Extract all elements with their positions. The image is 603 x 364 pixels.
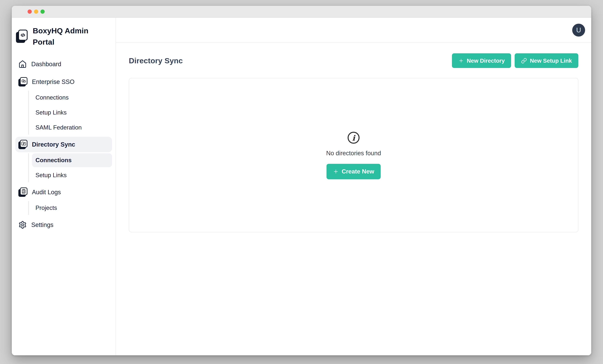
boxyhq-code-logo-icon xyxy=(16,30,28,43)
sidebar-subitem-sso-setup-links[interactable]: Setup Links xyxy=(32,106,112,120)
directory-sync-folder-icon xyxy=(18,140,27,149)
home-icon xyxy=(18,60,27,68)
sidebar-item-dashboard[interactable]: Dashboard xyxy=(15,56,112,72)
new-setup-link-button[interactable]: New Setup Link xyxy=(515,53,578,68)
sidebar-subitem-sso-connections[interactable]: Connections xyxy=(32,91,112,105)
directory-sync-subnav: Connections Setup Links xyxy=(28,153,112,182)
sidebar-subitem-label: Connections xyxy=(35,94,69,101)
page-actions: New Directory New Setup Link xyxy=(452,53,578,68)
plus-icon xyxy=(333,169,339,175)
sidebar-nav: Dashboard Enterprise xyxy=(15,56,112,232)
new-setup-link-label: New Setup Link xyxy=(530,57,572,64)
sidebar-subitem-label: Connections xyxy=(35,157,72,164)
avatar-letter: U xyxy=(576,26,581,34)
create-new-button[interactable]: Create New xyxy=(326,164,381,179)
sidebar-item-label: Settings xyxy=(31,221,53,228)
app-title: BoxyHQ Admin Portal xyxy=(33,25,91,48)
create-new-label: Create New xyxy=(342,168,374,175)
plus-icon xyxy=(458,58,464,64)
gear-icon xyxy=(18,221,27,229)
sidebar-item-label: Directory Sync xyxy=(32,141,75,148)
sidebar-subitem-label: Projects xyxy=(35,205,57,211)
link-icon xyxy=(521,58,527,64)
sidebar-item-label: Dashboard xyxy=(31,61,61,68)
user-avatar[interactable]: U xyxy=(572,24,585,37)
audit-logs-subnav: Projects xyxy=(28,201,112,215)
app-window: BoxyHQ Admin Portal Dashboard xyxy=(12,6,591,355)
info-icon: i xyxy=(347,131,360,144)
enterprise-sso-subnav: Connections Setup Links SAML Federation xyxy=(28,91,112,134)
close-window-button[interactable] xyxy=(28,10,32,14)
sidebar-subitem-label: SAML Federation xyxy=(35,124,82,131)
sidebar-subitem-directory-connections[interactable]: Connections xyxy=(32,153,112,167)
sidebar-subitem-saml-federation[interactable]: SAML Federation xyxy=(32,121,112,134)
sidebar-subitem-directory-setup-links[interactable]: Setup Links xyxy=(32,168,112,182)
zoom-window-button[interactable] xyxy=(40,10,45,14)
sidebar-item-label: Enterprise SSO xyxy=(32,78,74,85)
sidebar-item-enterprise-sso[interactable]: Enterprise SSO xyxy=(15,74,112,89)
top-header-bar: U xyxy=(116,18,591,43)
page-title: Directory Sync xyxy=(129,56,183,65)
sidebar-item-audit-logs[interactable]: Audit Logs xyxy=(15,184,112,200)
sidebar-item-settings[interactable]: Settings xyxy=(15,217,112,232)
new-directory-label: New Directory xyxy=(467,57,505,64)
sidebar-item-label: Audit Logs xyxy=(32,189,61,196)
page-content: Directory Sync New Directory xyxy=(116,43,591,232)
directories-empty-state-card: i No directories found Create New xyxy=(129,78,578,232)
sso-cloud-key-icon xyxy=(18,77,27,87)
svg-text:i: i xyxy=(352,134,356,142)
sidebar-subitem-label: Setup Links xyxy=(35,172,67,179)
minimize-window-button[interactable] xyxy=(34,10,38,14)
sidebar-subitem-label: Setup Links xyxy=(35,109,67,116)
sidebar-item-directory-sync[interactable]: Directory Sync xyxy=(15,137,112,152)
new-directory-button[interactable]: New Directory xyxy=(452,53,511,68)
app-logo-row[interactable]: BoxyHQ Admin Portal xyxy=(15,25,112,48)
sidebar-subitem-projects[interactable]: Projects xyxy=(32,201,112,215)
audit-logs-clipboard-icon xyxy=(18,188,27,197)
sidebar: BoxyHQ Admin Portal Dashboard xyxy=(12,18,116,355)
empty-state-message: No directories found xyxy=(326,150,381,157)
window-titlebar xyxy=(12,6,591,18)
main-area: U Directory Sync New Directory xyxy=(116,18,591,355)
